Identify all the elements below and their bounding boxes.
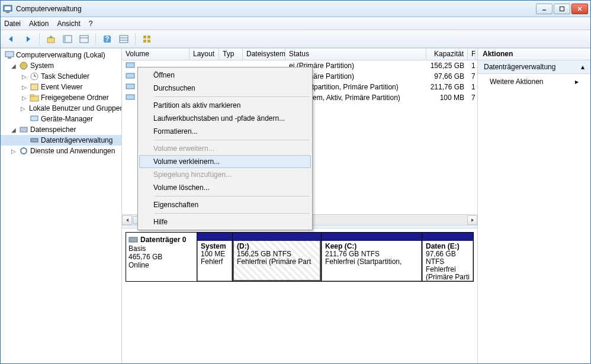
svg-rect-33: [20, 127, 27, 132]
tree-disk-management[interactable]: Datenträgerverwaltung: [1, 135, 121, 146]
volume-list-header: Volume Layout Typ Dateisystem Status Kap…: [122, 49, 477, 60]
help-button[interactable]: ?: [100, 32, 114, 46]
col-type[interactable]: Typ: [219, 49, 243, 60]
close-button[interactable]: [571, 4, 588, 14]
svg-rect-18: [147, 36, 150, 38]
chevron-right-icon: ▸: [575, 78, 579, 86]
tree-storage[interactable]: ◢Datenspeicher: [1, 124, 121, 135]
col-free[interactable]: F: [468, 49, 476, 60]
svg-rect-2: [6, 12, 9, 13]
clock-icon: [30, 72, 39, 81]
menubar: Datei Aktion Ansicht ?: [1, 17, 590, 30]
refresh-button[interactable]: [140, 32, 154, 46]
svg-rect-40: [129, 237, 137, 242]
ctx-shrink[interactable]: Volume verkleinern...: [139, 155, 311, 168]
svg-text:?: ?: [105, 35, 109, 43]
scroll-right-button[interactable]: [467, 215, 477, 225]
col-volume[interactable]: Volume: [122, 49, 189, 60]
tree-event-viewer[interactable]: ▷Event Viewer: [1, 82, 121, 92]
event-icon: [30, 82, 39, 92]
services-icon: [19, 146, 28, 156]
ctx-properties[interactable]: Eigenschaften: [139, 198, 311, 211]
col-layout[interactable]: Layout: [189, 49, 219, 60]
svg-rect-38: [126, 84, 134, 89]
svg-rect-34: [31, 138, 38, 142]
partition-c[interactable]: Keep (C:)211,76 GB NTFSFehlerfrei (Start…: [322, 233, 422, 281]
titlebar: Computerverwaltung: [1, 1, 590, 17]
tools-icon: [19, 61, 28, 70]
ctx-open[interactable]: Öffnen: [139, 69, 311, 82]
folder-shared-icon: [30, 93, 39, 102]
ctx-extend: Volume erweitern...: [139, 142, 311, 155]
back-button[interactable]: [4, 32, 18, 46]
ctx-help[interactable]: Hilfe: [139, 215, 311, 228]
tree-system[interactable]: ◢System: [1, 60, 121, 71]
actions-header: Aktionen: [478, 49, 590, 60]
scroll-left-button[interactable]: [122, 215, 132, 225]
svg-rect-19: [143, 40, 146, 43]
disk-row: Datenträger 0 Basis 465,76 GB Online Sys…: [126, 232, 474, 282]
partition-system[interactable]: System100 MEFehlerf: [197, 233, 233, 281]
svg-point-23: [20, 62, 27, 69]
tree-task-scheduler[interactable]: ▷Task Scheduler: [1, 71, 121, 82]
svg-rect-9: [63, 36, 66, 43]
svg-point-35: [21, 148, 27, 154]
toolbar: ?: [1, 30, 590, 48]
computer-icon: [5, 50, 14, 60]
disk-icon: [30, 136, 39, 145]
partition-d[interactable]: (D:)156,25 GB NTFSFehlerfrei (Primäre Pa…: [233, 233, 322, 281]
volume-icon: [126, 71, 135, 80]
svg-rect-10: [80, 36, 88, 43]
menu-help[interactable]: ?: [89, 20, 93, 28]
svg-rect-20: [147, 40, 150, 43]
up-button[interactable]: [44, 32, 58, 46]
svg-rect-37: [126, 73, 134, 78]
device-icon: [30, 114, 39, 124]
ctx-delete[interactable]: Volume löschen...: [139, 181, 311, 194]
svg-rect-1: [5, 7, 11, 10]
tree-shared-folders[interactable]: ▷Freigegebene Ordner: [1, 92, 121, 103]
svg-rect-21: [5, 51, 14, 57]
ctx-mirror: Spiegelung hinzufügen...: [139, 168, 311, 181]
window-title: Computerverwaltung: [16, 5, 536, 13]
volume-icon: [126, 82, 135, 91]
minimize-button[interactable]: [536, 4, 553, 14]
ctx-browse[interactable]: Durchsuchen: [139, 82, 311, 95]
svg-rect-22: [8, 57, 11, 59]
col-status[interactable]: Status: [285, 49, 426, 60]
actions-pane: Aktionen Datenträgerverwaltung ▴ Weitere…: [478, 49, 590, 363]
disk-graphical-view: Datenträger 0 Basis 465,76 GB Online Sys…: [122, 228, 477, 363]
menu-file[interactable]: Datei: [4, 20, 21, 28]
col-filesystem[interactable]: Dateisystem: [243, 49, 285, 60]
properties-button[interactable]: [77, 32, 91, 46]
maximize-button[interactable]: [554, 4, 570, 14]
volume-icon: [126, 92, 135, 102]
actions-section[interactable]: Datenträgerverwaltung ▴: [478, 60, 590, 74]
menu-view[interactable]: Ansicht: [57, 20, 80, 28]
tree-pane: Computerverwaltung (Lokal) ◢System ▷Task…: [1, 49, 122, 363]
actions-more[interactable]: Weitere Aktionen ▸: [478, 74, 590, 89]
hdd-icon: [129, 235, 138, 244]
svg-rect-17: [143, 36, 146, 38]
svg-rect-14: [120, 36, 128, 43]
list-button[interactable]: [117, 32, 131, 46]
app-icon: [3, 4, 12, 14]
show-hide-tree-button[interactable]: [60, 32, 75, 46]
partition-e[interactable]: Daten (E:)97,66 GB NTFSFehlerfrei (Primä…: [422, 233, 473, 281]
disk-info[interactable]: Datenträger 0 Basis 465,76 GB Online: [126, 233, 197, 281]
tree-device-manager[interactable]: Geräte-Manager: [1, 114, 121, 124]
tree-local-users[interactable]: ▷Lokale Benutzer und Gruppen: [1, 103, 121, 114]
ctx-change-letter[interactable]: Laufwerkbuchstaben und -pfade ändern...: [139, 112, 311, 125]
col-capacity[interactable]: Kapazität: [426, 49, 468, 60]
volume-icon: [126, 60, 135, 70]
tree-root[interactable]: Computerverwaltung (Lokal): [1, 50, 121, 60]
ctx-format[interactable]: Formatieren...: [139, 125, 311, 138]
ctx-mark-active[interactable]: Partition als aktiv markieren: [139, 99, 311, 112]
svg-rect-29: [30, 95, 34, 96]
svg-rect-39: [126, 95, 134, 99]
context-menu: Öffnen Durchsuchen Partition als aktiv m…: [137, 67, 313, 230]
forward-button[interactable]: [21, 32, 35, 46]
tree-services[interactable]: ▷Dienste und Anwendungen: [1, 146, 121, 156]
menu-action[interactable]: Aktion: [29, 20, 49, 28]
svg-rect-7: [47, 38, 54, 43]
